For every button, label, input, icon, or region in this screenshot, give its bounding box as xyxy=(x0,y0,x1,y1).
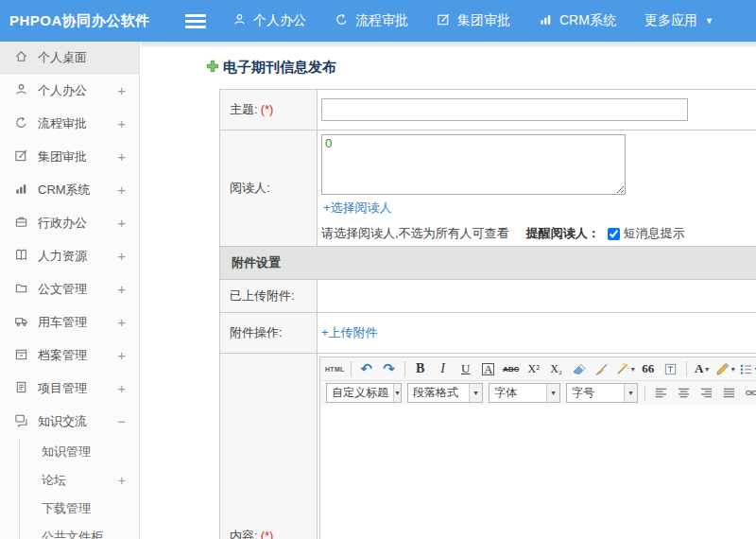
expand-plus[interactable]: + xyxy=(117,115,126,131)
sidebar-subitem-forum[interactable]: 论坛 + xyxy=(20,466,139,495)
align-center-button[interactable] xyxy=(673,383,694,403)
superscript-button[interactable]: X² xyxy=(524,359,544,379)
uploaded-attachments-value xyxy=(318,280,756,313)
font-color-button[interactable]: A▾ xyxy=(692,359,713,379)
upload-attachment-link[interactable]: +上传附件 xyxy=(321,325,378,339)
subscript-button[interactable]: X₂ xyxy=(546,359,567,379)
expand-plus[interactable]: + xyxy=(117,380,126,396)
sidebar-item-projects[interactable]: 项目管理 + xyxy=(0,372,139,405)
briefcase-icon xyxy=(14,215,28,232)
sidebar-item-vehicles[interactable]: 用车管理 + xyxy=(0,305,139,339)
italic-button[interactable]: I xyxy=(433,359,454,379)
app-logo: PHPOA协同办公软件 xyxy=(0,12,185,30)
collapse-minus[interactable]: − xyxy=(117,413,126,429)
expand-plus[interactable]: + xyxy=(117,248,126,264)
sidebar-item-knowledge[interactable]: 知识交流 − xyxy=(0,405,139,438)
attachments-section-header: 附件设置 xyxy=(220,247,756,280)
sidebar-item-desktop[interactable]: 个人桌面 xyxy=(0,42,139,74)
readers-textarea[interactable]: 0 xyxy=(321,134,626,195)
nav-more-apps[interactable]: 更多应用 ▼ xyxy=(644,12,713,29)
user-icon xyxy=(232,12,253,29)
user-icon xyxy=(14,82,28,99)
truck-icon xyxy=(14,314,28,331)
blockquote-button[interactable]: 66 xyxy=(638,359,659,379)
bold-button[interactable]: B xyxy=(410,359,431,379)
eraser-button[interactable] xyxy=(569,359,590,379)
heading-select[interactable]: 自定义标题▾ xyxy=(326,383,402,403)
sidebar-item-personal-office[interactable]: 个人办公 + xyxy=(0,74,139,107)
subject-input[interactable] xyxy=(321,98,688,121)
archive-icon xyxy=(14,347,28,364)
rich-text-editor: HTML ↶ ↷ B I U A ABC X² X₂ ▾ xyxy=(319,356,756,539)
uploaded-attachments-label-cell: 已上传附件: xyxy=(220,280,318,313)
required-mark: (*) xyxy=(261,102,274,116)
expand-plus[interactable]: + xyxy=(117,182,126,198)
strikethrough-button[interactable]: ABC xyxy=(501,359,522,379)
edit-square-icon xyxy=(437,12,457,29)
header-nav: 个人办公 流程审批 集团审批 CRM系统 更多应用 ▼ xyxy=(232,12,742,29)
sidebar-subitem-knowledge-mgmt[interactable]: 知识管理 xyxy=(20,438,139,466)
nav-personal-office[interactable]: 个人办公 xyxy=(232,12,306,29)
sidebar-item-group-approval[interactable]: 集团审批 + xyxy=(0,140,139,173)
publish-form: 主题:(*) 阅读人: 0 +选择阅读人 请选择阅读人,不选为所有人可查看 提醒… xyxy=(219,89,756,539)
sidebar-item-documents[interactable]: 公文管理 + xyxy=(0,272,139,305)
menu-toggle-icon[interactable] xyxy=(185,14,206,28)
nav-crm-system[interactable]: CRM系统 xyxy=(539,12,616,29)
expand-plus[interactable]: + xyxy=(117,314,126,330)
sidebar-item-admin-office[interactable]: 行政办公 + xyxy=(0,206,139,239)
nav-workflow-approval[interactable]: 流程审批 xyxy=(335,12,408,29)
main-content: 电子期刊信息发布 主题:(*) 阅读人: 0 +选择阅读人 请选择阅读人,不选为… xyxy=(141,42,756,539)
sidebar-item-workflow-approval[interactable]: 流程审批 + xyxy=(0,107,139,140)
paragraph-format-select[interactable]: 段落格式▾ xyxy=(407,383,483,403)
sms-remind-checkbox[interactable] xyxy=(608,228,620,240)
html-source-button[interactable]: HTML xyxy=(324,359,346,379)
editor-toolbar-row2: 自定义标题▾ 段落格式▾ 字体▾ 字号▾ xyxy=(320,381,756,405)
page-title: 电子期刊信息发布 xyxy=(223,59,336,77)
nav-group-approval[interactable]: 集团审批 xyxy=(437,12,510,29)
expand-plus[interactable]: + xyxy=(117,148,126,165)
paste-text-button[interactable] xyxy=(661,359,681,379)
redo-button[interactable]: ↷ xyxy=(379,359,400,379)
font-family-select[interactable]: 字体▾ xyxy=(489,383,560,403)
attachment-ops-label-cell: 附件操作: xyxy=(220,313,318,354)
folder-icon xyxy=(14,281,28,298)
format-painter-button[interactable] xyxy=(592,359,612,379)
expand-plus[interactable]: + xyxy=(117,347,126,363)
editor-content-area[interactable] xyxy=(320,405,756,539)
knowledge-submenu: 知识管理 论坛 + 下载管理 公共文件柜 xyxy=(19,438,139,539)
sidebar: 个人桌面 个人办公 + 流程审批 + 集团审批 + CRM系统 + 行政办公 +… xyxy=(0,42,140,539)
underline-button[interactable]: U xyxy=(455,359,476,379)
add-green-icon xyxy=(206,60,223,77)
caret-down-icon: ▼ xyxy=(705,16,713,26)
expand-plus[interactable]: + xyxy=(117,281,126,297)
expand-plus[interactable]: + xyxy=(118,473,126,488)
subject-label-cell: 主题:(*) xyxy=(220,90,318,130)
highlight-color-button[interactable]: ▾ xyxy=(714,359,736,379)
sidebar-item-archives[interactable]: 档案管理 + xyxy=(0,339,139,372)
undo-button[interactable]: ↶ xyxy=(356,359,377,379)
font-border-button[interactable]: A xyxy=(478,359,499,379)
ordered-list-button[interactable]: ▾ xyxy=(738,359,756,379)
edit-square-icon xyxy=(14,148,28,165)
sidebar-subitem-downloads[interactable]: 下载管理 xyxy=(20,495,139,523)
sidebar-subitem-public-cabinet[interactable]: 公共文件柜 xyxy=(20,523,139,539)
autoformat-wand-button[interactable]: ▾ xyxy=(614,359,636,379)
document-list-icon xyxy=(14,380,28,397)
refresh-icon xyxy=(14,115,28,132)
editor-toolbar-row1: HTML ↶ ↷ B I U A ABC X² X₂ ▾ xyxy=(320,357,756,381)
insert-link-button[interactable] xyxy=(741,383,756,403)
expand-plus[interactable]: + xyxy=(117,82,126,98)
choose-readers-link[interactable]: +选择阅读人 xyxy=(323,200,392,215)
sidebar-item-crm[interactable]: CRM系统 + xyxy=(0,173,139,206)
expand-plus[interactable]: + xyxy=(117,215,126,231)
bar-chart-icon xyxy=(14,182,28,199)
readers-label-cell: 阅读人: xyxy=(220,130,318,247)
align-right-button[interactable] xyxy=(696,383,716,403)
align-left-button[interactable] xyxy=(650,383,671,403)
top-header: PHPOA协同办公软件 个人办公 流程审批 集团审批 CRM系统 更多应用 ▼ xyxy=(0,0,756,42)
content-top-strip xyxy=(141,42,756,47)
sidebar-item-hr[interactable]: 人力资源 + xyxy=(0,239,139,272)
font-size-select[interactable]: 字号▾ xyxy=(566,383,638,403)
align-justify-button[interactable] xyxy=(718,383,739,403)
book-icon xyxy=(14,248,28,265)
